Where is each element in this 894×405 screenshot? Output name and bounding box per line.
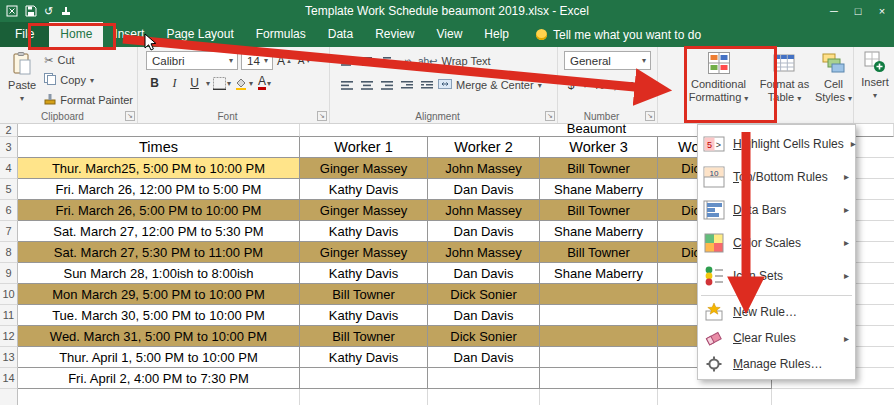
middle-align-icon[interactable]	[358, 52, 375, 70]
cell-times[interactable]: Thur. April 1, 5:00 PM to 10:00 PM	[18, 347, 300, 368]
cell-times[interactable]: Thur. March25, 5:00 PM to 10:00 PM	[18, 158, 300, 179]
cell-worker1[interactable]: Ginger Massey	[300, 158, 428, 179]
cell-worker1[interactable]: Kathy Davis	[300, 263, 428, 284]
row-number[interactable]: 8	[0, 242, 18, 263]
cell-times[interactable]: Sun March 28, 1:00ish to 8:00ish	[18, 263, 300, 284]
cell-worker3[interactable]	[540, 326, 658, 347]
orientation-icon[interactable]: ab	[398, 52, 415, 70]
empty-cell[interactable]	[540, 389, 658, 405]
number-format-combo[interactable]: General ▾	[564, 51, 651, 70]
cell-worker3[interactable]: Shane Maberry	[540, 263, 658, 284]
comma-style-button[interactable]: ,	[611, 76, 619, 94]
tab-insert[interactable]: Insert	[103, 22, 155, 47]
wrap-text-button[interactable]: ab↩ Wrap Text	[418, 52, 491, 70]
cell-worker1[interactable]: Kathy Davis	[300, 179, 428, 200]
empty-cell[interactable]	[300, 389, 428, 405]
borders-button[interactable]: ▾	[213, 74, 231, 92]
tell-me-box[interactable]: Tell me what you want to do	[536, 22, 701, 47]
insert-cells-button[interactable]: Insert ▾	[856, 48, 894, 109]
cell-worker2[interactable]: Dick Sonier	[428, 326, 540, 347]
row-number[interactable]: 11	[0, 305, 18, 326]
row-number[interactable]: 6	[0, 200, 18, 221]
increase-decimal-button[interactable]: .00	[626, 76, 640, 94]
row-number[interactable]: 14	[0, 368, 18, 389]
cell-times[interactable]: Fri. March 26, 5:00 PM to 10:00 PM	[18, 200, 300, 221]
format-painter-qat-icon[interactable]	[60, 5, 72, 17]
dropdown-icon[interactable]: ▾	[206, 79, 210, 88]
cell-worker2[interactable]: Dan Davis	[428, 263, 540, 284]
column-header-worker3[interactable]: Worker 3	[540, 137, 658, 158]
cell-worker2[interactable]: Dan Davis	[428, 347, 540, 368]
close-button[interactable]: ×	[870, 5, 894, 17]
tab-formulas[interactable]: Formulas	[245, 22, 317, 47]
align-left-icon[interactable]	[338, 76, 355, 94]
cell-worker1[interactable]: Kathy Davis	[300, 305, 428, 326]
tab-file[interactable]: File	[0, 22, 49, 47]
cell-worker1[interactable]: Kathy Davis	[300, 347, 428, 368]
fill-color-button[interactable]: ▾	[234, 74, 253, 92]
cell-worker2[interactable]: Dan Davis	[428, 221, 540, 242]
maximize-button[interactable]: □	[846, 5, 870, 17]
grow-font-button[interactable]: A▲	[276, 52, 293, 70]
top-align-icon[interactable]	[338, 52, 355, 70]
cell-worker2[interactable]: Dan Davis	[428, 179, 540, 200]
cell-worker3[interactable]	[540, 368, 658, 389]
row-number[interactable]: 3	[0, 137, 18, 158]
menu-item-new-rule[interactable]: New Rule…	[698, 299, 855, 325]
cut-button[interactable]: ✂ Cut	[44, 51, 133, 69]
empty-cell[interactable]	[18, 389, 300, 405]
italic-button[interactable]: I	[166, 74, 183, 92]
cell-styles-button[interactable]: Cell Styles ▾	[814, 48, 853, 109]
cell-worker1[interactable]: Bill Towner	[300, 326, 428, 347]
cell-worker3[interactable]: Shane Maberry	[540, 179, 658, 200]
dialog-launcher-icon[interactable]: ↘	[317, 111, 327, 121]
tab-help[interactable]: Help	[473, 22, 520, 47]
cell-worker1[interactable]: Kathy Davis	[300, 221, 428, 242]
cell-worker3[interactable]	[540, 305, 658, 326]
row-number[interactable]: 5	[0, 179, 18, 200]
cell-times[interactable]: Wed. March 31, 5:00 PM to 10:00 PM	[18, 326, 300, 347]
cell-worker1[interactable]: Bill Towner	[300, 284, 428, 305]
row-number[interactable]: 9	[0, 263, 18, 284]
menu-item-highlight-cells-rules[interactable]: 5> Highlight Cells Rules ▸	[698, 127, 855, 160]
currency-button[interactable]: $	[566, 76, 576, 94]
cell-times[interactable]: Tue. March 30, 5:00 PM to 10:00 PM	[18, 305, 300, 326]
cell-times[interactable]: Sat. March 27, 12:00 PM to 5:30 PM	[18, 221, 300, 242]
row-number[interactable]	[0, 389, 18, 405]
cell-worker2[interactable]: John Massey	[428, 200, 540, 221]
cell-worker3[interactable]	[540, 347, 658, 368]
empty-cell[interactable]	[658, 389, 772, 405]
cell-worker2[interactable]: Dick Sonier	[428, 284, 540, 305]
minimize-button[interactable]: ─	[822, 5, 846, 17]
save-icon[interactable]	[25, 5, 37, 17]
menu-item-clear-rules[interactable]: Clear Rules ▸	[698, 325, 855, 351]
font-name-combo[interactable]: Calibri ▾	[146, 51, 238, 70]
dialog-launcher-icon[interactable]: ↘	[125, 111, 135, 121]
tab-view[interactable]: View	[426, 22, 474, 47]
cell-worker3[interactable]: Bill Towner	[540, 200, 658, 221]
cell-times[interactable]: Mon March 29, 5:00 PM to 10:00 PM	[18, 284, 300, 305]
cell-worker2[interactable]	[428, 368, 540, 389]
cell-times[interactable]: Fri. April 2, 4:00 PM to 7:30 PM	[18, 368, 300, 389]
tab-home[interactable]: Home	[49, 22, 103, 47]
tab-page-layout[interactable]: Page Layout	[155, 22, 244, 47]
copy-button[interactable]: Copy ▾	[44, 71, 133, 89]
undo-icon[interactable]: ↺	[44, 6, 53, 17]
format-as-table-button[interactable]: Format as Table ▾	[759, 48, 810, 109]
cell-worker3[interactable]: Shane Maberry	[540, 221, 658, 242]
empty-cell[interactable]	[428, 389, 540, 405]
menu-item-icon-sets[interactable]: Icon Sets ▸	[698, 259, 855, 292]
cell-times[interactable]: Fri. March 26, 12:00 PM to 5:00 PM	[18, 179, 300, 200]
paste-button[interactable]: Paste ▾	[6, 49, 38, 109]
cell-worker3[interactable]	[540, 284, 658, 305]
tab-review[interactable]: Review	[364, 22, 425, 47]
bottom-align-icon[interactable]	[378, 52, 395, 70]
menu-item-manage-rules[interactable]: Manage Rules…	[698, 351, 855, 377]
excel-app-icon[interactable]	[6, 5, 18, 17]
cell-worker1[interactable]: Ginger Massey	[300, 242, 428, 263]
cell-times[interactable]	[18, 124, 300, 137]
tab-data[interactable]: Data	[317, 22, 364, 47]
column-header-worker1[interactable]: Worker 1	[300, 137, 428, 158]
increase-indent-icon[interactable]	[418, 76, 435, 94]
font-color-button[interactable]: A▾	[256, 74, 273, 92]
